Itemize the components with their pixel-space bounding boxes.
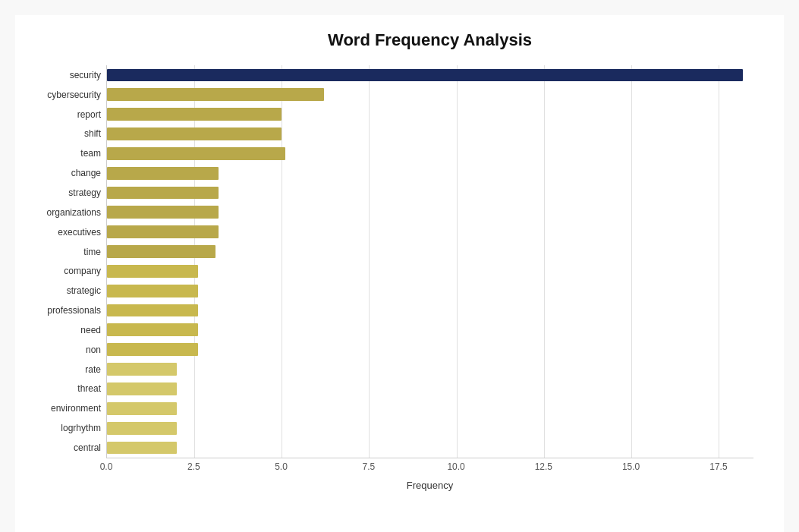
bar-row: central: [107, 438, 753, 458]
bar: [107, 323, 198, 336]
bar-label: strategic: [17, 285, 101, 296]
x-tick: 2.5: [187, 461, 200, 472]
bar-row: team: [107, 143, 753, 163]
bar-label: rate: [17, 364, 101, 375]
bar-label: need: [17, 325, 101, 335]
bar: [107, 442, 177, 455]
bar-label: security: [17, 70, 101, 80]
bar-row: cybersecurity: [107, 85, 753, 105]
bar: [107, 285, 198, 297]
bar-row: rate: [107, 360, 753, 379]
bar: [107, 343, 198, 356]
bar: [107, 382, 177, 395]
bar-row: organizations: [107, 203, 753, 222]
bar-row: company: [107, 261, 753, 281]
bar-row: logrhythm: [107, 418, 753, 438]
bar-label: threat: [17, 383, 101, 394]
bar-label: environment: [17, 403, 101, 414]
bar-row: strategy: [107, 183, 753, 203]
bar: [107, 225, 219, 238]
chart-container: Word Frequency Analysis securitycybersec…: [15, 15, 784, 532]
bar-label: company: [17, 266, 101, 276]
bar-label: logrhythm: [17, 423, 101, 433]
bar-label: report: [17, 109, 101, 120]
bar: [107, 245, 215, 258]
bar: [107, 265, 198, 278]
bar: [107, 108, 282, 121]
bar-label: central: [17, 442, 101, 453]
bar: [107, 422, 177, 435]
bar-row: environment: [107, 398, 753, 418]
bar-row: threat: [107, 379, 753, 399]
bar-row: change: [107, 163, 753, 183]
bar-label: strategy: [17, 187, 101, 198]
bar-row: shift: [107, 124, 753, 144]
bar-row: security: [107, 65, 753, 85]
bar-row: time: [107, 242, 753, 262]
x-tick: 15.0: [622, 461, 640, 472]
bar: [107, 402, 177, 415]
x-tick: 12.5: [535, 461, 552, 472]
bar-label: time: [17, 247, 101, 257]
bar: [107, 69, 743, 82]
bar: [107, 187, 219, 200]
bar: [107, 167, 219, 180]
x-tick: 7.5: [362, 461, 375, 472]
bar: [107, 363, 177, 376]
bar: [107, 147, 285, 160]
x-axis: 0.02.55.07.510.012.515.017.5: [106, 461, 753, 477]
bar-row: need: [107, 320, 753, 340]
x-tick: 5.0: [275, 461, 288, 472]
bar: [107, 88, 324, 101]
bar-label: team: [17, 148, 101, 159]
bar-label: cybersecurity: [17, 90, 101, 100]
bar-row: professionals: [107, 301, 753, 320]
x-axis-label: Frequency: [106, 480, 753, 491]
bar-label: executives: [17, 227, 101, 238]
bar-row: executives: [107, 222, 753, 242]
x-tick: 0.0: [100, 461, 113, 472]
bar-label: change: [17, 168, 101, 178]
bar: [107, 206, 219, 219]
bar: [107, 304, 198, 317]
bar-row: report: [107, 105, 753, 124]
bar-row: non: [107, 340, 753, 360]
bar-row: strategic: [107, 281, 753, 301]
chart-area: securitycybersecurityreportshiftteamchan…: [106, 65, 753, 491]
chart-title: Word Frequency Analysis: [106, 30, 753, 50]
bar-label: shift: [17, 128, 101, 139]
bars-wrapper: securitycybersecurityreportshiftteamchan…: [106, 65, 753, 458]
bar-label: professionals: [17, 305, 101, 316]
bar-label: organizations: [17, 207, 101, 218]
x-tick: 10.0: [447, 461, 464, 472]
bar-label: non: [17, 345, 101, 355]
bar: [107, 127, 282, 140]
x-tick: 17.5: [709, 461, 727, 472]
